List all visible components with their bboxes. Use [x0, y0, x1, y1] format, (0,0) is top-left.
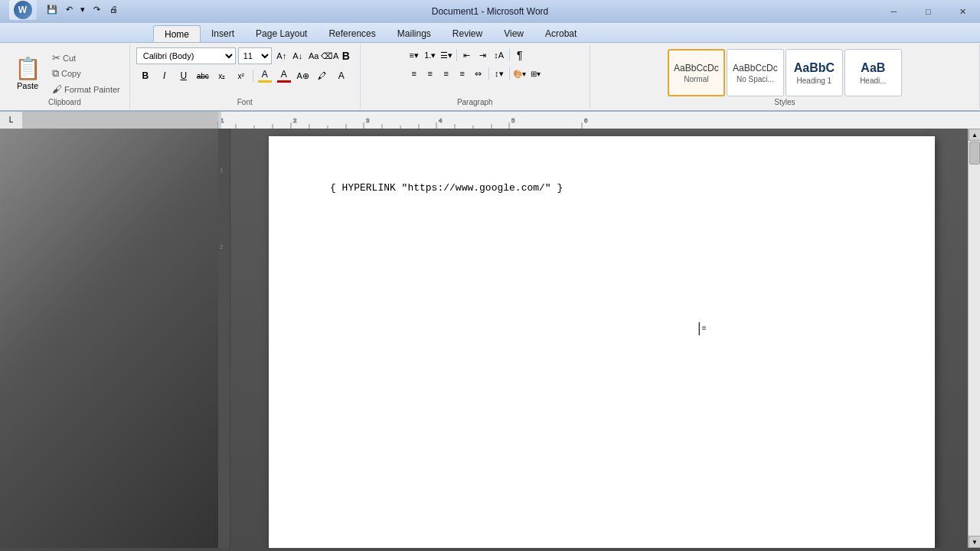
title-text: Document1 - Microsoft Word — [432, 6, 549, 17]
text-effects-button[interactable]: A⊕ — [294, 67, 312, 84]
clipboard-group: 📋 Paste ✂ Cut ⧉ Copy 🖌 Format Painter Cl… — [0, 44, 130, 109]
show-marks-button[interactable]: ¶ — [512, 47, 528, 63]
svg-text:4: 4 — [439, 117, 443, 124]
cut-icon: ✂ — [52, 52, 60, 64]
sep3 — [488, 67, 489, 80]
font-group: Calibri (Body) 11 891011 121416 A↑ A↓ Aa… — [130, 44, 361, 109]
paragraph-row1: ≡▾ 1.▾ ☰▾ ⇤ ⇥ ↕A ¶ — [407, 47, 528, 63]
ribbon: 📋 Paste ✂ Cut ⧉ Copy 🖌 Format Painter Cl… — [0, 43, 980, 112]
paste-button[interactable]: 📋 Paste — [8, 49, 47, 99]
font-name-select[interactable]: Calibri (Body) — [136, 47, 236, 64]
sep4 — [509, 67, 510, 80]
close-button[interactable]: ✕ — [946, 0, 980, 23]
minimize-button[interactable]: ─ — [877, 0, 911, 23]
text-highlight-button[interactable]: 🖍 — [313, 67, 332, 84]
strikethrough-button[interactable]: abc — [194, 67, 212, 84]
decrease-indent-button[interactable]: ⇤ — [459, 47, 475, 63]
font-color-2-button[interactable]: A — [332, 67, 351, 84]
svg-rect-1 — [218, 112, 980, 129]
tab-home[interactable]: Home — [153, 25, 201, 42]
align-right-button[interactable]: ≡ — [439, 66, 454, 81]
style-heading1-preview: AaBbC — [794, 61, 835, 75]
clipboard-label: Clipboard — [0, 97, 129, 107]
shading-button[interactable]: 🎨▾ — [512, 66, 528, 81]
svg-text:2: 2 — [293, 117, 297, 124]
style-no-spacing-label: No Spaci... — [737, 75, 774, 83]
align-center-button[interactable]: ≡ — [423, 66, 438, 81]
numbering-button[interactable]: 1.▾ — [423, 47, 438, 63]
bold-button[interactable]: B — [136, 67, 155, 84]
decrease-font-button[interactable]: A↓ — [290, 48, 305, 64]
superscript-button[interactable]: x² — [232, 67, 250, 84]
svg-text:3: 3 — [366, 117, 370, 124]
font-size-select[interactable]: 11 891011 121416 — [238, 47, 272, 64]
font-color-button[interactable]: A — [275, 67, 293, 84]
ruler-svg: 1 2 3 4 5 6 — [23, 112, 980, 129]
undo-dropdown[interactable]: ▾ — [78, 2, 87, 17]
paragraph-label: Paragraph — [361, 97, 590, 107]
svg-text:5: 5 — [511, 117, 515, 124]
styles-label: Styles — [590, 97, 979, 107]
style-no-spacing[interactable]: AaBbCcDc No Spaci... — [727, 49, 784, 96]
style-heading2-label: Headi... — [860, 77, 886, 85]
multilevel-button[interactable]: ☰▾ — [439, 47, 454, 63]
document-content[interactable]: { HYPERLINK "https://www.google.com/" } … — [269, 136, 935, 240]
ruler-container: L 1 2 3 4 5 6 — [0, 112, 980, 129]
cut-button[interactable]: ✂ Cut — [49, 51, 123, 65]
subscript-button[interactable]: x₂ — [213, 67, 231, 84]
save-button[interactable]: 💾 — [44, 2, 60, 17]
increase-font-button[interactable]: A↑ — [274, 48, 289, 64]
bold-big-button[interactable]: B — [338, 48, 354, 64]
style-heading2-preview: AaB — [861, 61, 885, 75]
copy-label: Copy — [61, 69, 81, 78]
undo-button[interactable]: ↶ — [61, 2, 77, 17]
align-left-button[interactable]: ≡ — [407, 66, 422, 81]
scroll-thumb[interactable] — [969, 142, 980, 165]
scroll-up-button[interactable]: ▲ — [969, 129, 980, 141]
italic-button[interactable]: I — [155, 67, 174, 84]
tab-view[interactable]: View — [493, 25, 534, 42]
svg-rect-0 — [23, 112, 218, 129]
format-painter-icon: 🖌 — [52, 83, 62, 95]
tab-references[interactable]: References — [318, 25, 386, 42]
underline-button[interactable]: U — [175, 67, 193, 84]
copy-button[interactable]: ⧉ Copy — [49, 66, 123, 81]
highlight-color-button[interactable]: A — [256, 67, 274, 84]
sep2 — [509, 49, 510, 61]
scroll-down-button[interactable]: ▼ — [969, 536, 980, 548]
font-color-bar — [277, 80, 291, 83]
clear-format-button[interactable]: ⌫A — [322, 48, 338, 64]
tab-mailings[interactable]: Mailings — [387, 25, 442, 42]
scroll-track[interactable] — [969, 141, 980, 536]
paragraph-group: ≡▾ 1.▾ ☰▾ ⇤ ⇥ ↕A ¶ ≡ ≡ ≡ ≡ ⇔ ↕▾ 🎨▾ — [361, 44, 590, 109]
paste-icon: 📋 — [15, 58, 41, 80]
format-painter-button[interactable]: 🖌 Format Painter — [49, 82, 123, 96]
justify-button[interactable]: ≡ — [455, 66, 470, 81]
left-scroll-bar: 1 2 — [218, 129, 230, 548]
office-button[interactable]: W — [9, 0, 37, 20]
styles-row: AaBbCcDc Normal AaBbCcDc No Spaci... AaB… — [665, 46, 905, 99]
text-direction-button[interactable]: ⇔ — [471, 66, 486, 81]
bullets-button[interactable]: ≡▾ — [407, 47, 422, 63]
tab-insert[interactable]: Insert — [201, 25, 245, 42]
document-page[interactable]: { HYPERLINK "https://www.google.com/" } … — [269, 136, 935, 548]
line-spacing-button[interactable]: ↕▾ — [492, 66, 507, 81]
ruler-corner[interactable]: L — [0, 112, 23, 129]
redo-button[interactable]: ↷ — [89, 2, 104, 17]
maximize-button[interactable]: □ — [911, 0, 946, 23]
tab-acrobat[interactable]: Acrobat — [534, 25, 587, 42]
style-normal[interactable]: AaBbCcDc Normal — [668, 49, 725, 96]
tab-review[interactable]: Review — [442, 25, 493, 42]
style-heading1-label: Heading 1 — [797, 77, 832, 85]
sort-button[interactable]: ↕A — [492, 47, 507, 63]
print-button[interactable]: 🖨 — [106, 2, 121, 17]
style-normal-label: Normal — [684, 75, 708, 83]
increase-indent-button[interactable]: ⇥ — [475, 47, 491, 63]
change-case-button[interactable]: Aa — [306, 48, 322, 64]
document-scroll-area[interactable]: { HYPERLINK "https://www.google.com/" } … — [230, 129, 968, 548]
borders-button[interactable]: ⊞▾ — [528, 66, 544, 81]
paragraph-row2: ≡ ≡ ≡ ≡ ⇔ ↕▾ 🎨▾ ⊞▾ — [407, 66, 544, 81]
style-heading2[interactable]: AaB Headi... — [844, 49, 902, 96]
style-heading1[interactable]: AaBbC Heading 1 — [786, 49, 843, 96]
tab-page-layout[interactable]: Page Layout — [245, 25, 318, 42]
